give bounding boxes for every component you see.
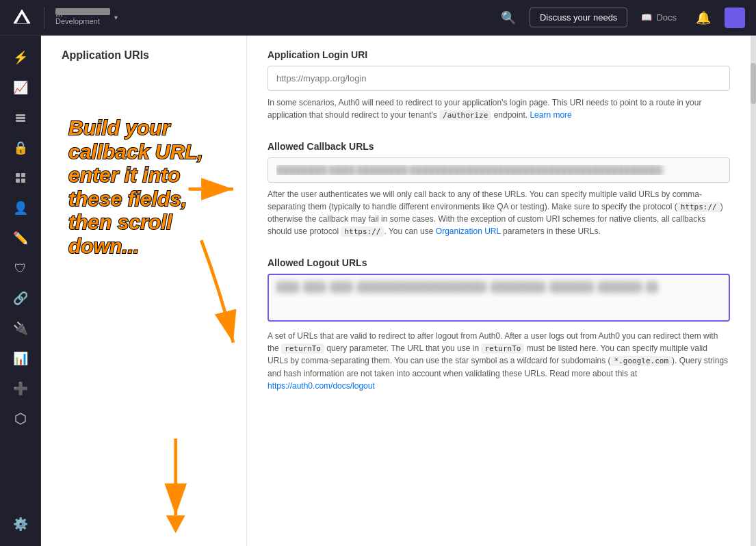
https-code-1: https:// — [677, 202, 720, 212]
sidebar-item-activity[interactable]: ⚡ — [7, 44, 34, 71]
allowed-callback-urls-desc: After the user authenticates we will onl… — [268, 188, 730, 238]
sidebar-item-shield[interactable]: 🛡 — [7, 255, 34, 282]
sidebar-item-analytics[interactable]: 📈 — [7, 74, 34, 101]
right-panel: Application Login URI In some scenarios,… — [246, 36, 751, 546]
sidebar-item-processor[interactable] — [7, 405, 34, 432]
sidebar-item-add[interactable]: ➕ — [7, 375, 34, 402]
allowed-callback-urls-section: Allowed Callback URLs After the user aut… — [268, 141, 730, 238]
tenant-env: Development — [55, 17, 110, 26]
notifications-bell-icon[interactable]: 🔔 — [690, 8, 716, 28]
svg-marker-13 — [166, 515, 185, 533]
annotation-text: Build your callback URL, enter it into t… — [68, 116, 233, 258]
allowed-logout-urls-input[interactable]: ████ ████ ████ ████████████████████████ … — [268, 274, 730, 322]
returnto-code-2: returnTo — [481, 343, 524, 354]
sidebar-item-settings[interactable]: ⚙️ — [7, 510, 34, 538]
logo — [11, 7, 33, 29]
nav-divider — [44, 7, 44, 29]
learn-more-link[interactable]: Learn more — [530, 110, 571, 120]
sidebar-item-connections[interactable]: 🔗 — [7, 285, 34, 312]
left-panel: Application URIs Build your callback URL… — [41, 36, 246, 546]
allowed-logout-urls-desc: A set of URLs that are valid to redirect… — [268, 330, 730, 392]
svg-rect-2 — [16, 120, 25, 122]
sidebar-item-security[interactable]: 🔒 — [7, 134, 34, 161]
app-login-uri-input[interactable] — [268, 66, 730, 91]
tenant-name: ... — [55, 8, 110, 15]
tenant-selector[interactable]: ... Development ▾ — [55, 8, 118, 26]
https-code-2: https:// — [341, 226, 384, 237]
chevron-down-icon: ▾ — [114, 14, 118, 21]
svg-rect-1 — [16, 117, 25, 119]
svg-rect-3 — [16, 173, 20, 177]
sidebar-item-extensions[interactable]: 🔌 — [7, 315, 34, 342]
section-title: Application URIs — [62, 49, 233, 62]
sidebar-item-layers[interactable] — [7, 104, 34, 131]
sidebar-item-grid[interactable] — [7, 164, 34, 192]
app-login-uri-section: Application Login URI In some scenarios,… — [268, 49, 730, 122]
discuss-needs-button[interactable]: Discuss your needs — [530, 8, 627, 27]
app-login-uri-label: Application Login URI — [268, 49, 730, 60]
sidebar-item-users[interactable]: 👤 — [7, 194, 34, 222]
content-area: Application URIs Build your callback URL… — [41, 36, 756, 546]
top-navigation: ... Development ▾ 🔍 Discuss your needs 📖… — [0, 0, 756, 36]
authorize-code: /authorize — [439, 110, 491, 120]
wildcard-code: *.google.com — [611, 356, 672, 366]
svg-rect-4 — [21, 173, 25, 177]
allowed-callback-urls-input[interactable] — [268, 157, 730, 183]
returnto-code-1: returnTo — [281, 343, 324, 354]
org-url-link[interactable]: Organization URL — [436, 226, 501, 236]
search-icon[interactable]: 🔍 — [495, 8, 521, 28]
avatar[interactable] — [725, 8, 745, 28]
sidebar-item-rules[interactable]: ✏️ — [7, 224, 34, 252]
allowed-callback-urls-label: Allowed Callback URLs — [268, 141, 730, 152]
allowed-logout-urls-label: Allowed Logout URLs — [268, 257, 730, 268]
svg-rect-6 — [21, 179, 25, 183]
allowed-logout-urls-section: Allowed Logout URLs ████ ████ ████ █████… — [268, 257, 730, 392]
auth0-logout-docs-link[interactable]: https://auth0.com/docs/logout — [268, 381, 375, 391]
annotation-arrows — [41, 36, 246, 546]
book-icon: 📖 — [641, 12, 652, 23]
scrollbar[interactable] — [751, 36, 756, 546]
sidebar-item-reports[interactable]: 📊 — [7, 345, 34, 372]
svg-marker-7 — [16, 413, 25, 424]
svg-rect-5 — [16, 179, 20, 183]
sidebar: ⚡ 📈 🔒 👤 ✏️ 🛡 🔗 🔌 📊 ➕ ⚙️ — [0, 36, 41, 546]
main-layout: ⚡ 📈 🔒 👤 ✏️ 🛡 🔗 🔌 📊 ➕ ⚙️ Application URIs… — [0, 36, 756, 546]
docs-link[interactable]: 📖 Docs — [636, 12, 682, 23]
app-login-uri-desc: In some scenarios, Auth0 will need to re… — [268, 96, 730, 122]
svg-rect-0 — [16, 114, 25, 116]
scroll-thumb[interactable] — [751, 63, 756, 104]
